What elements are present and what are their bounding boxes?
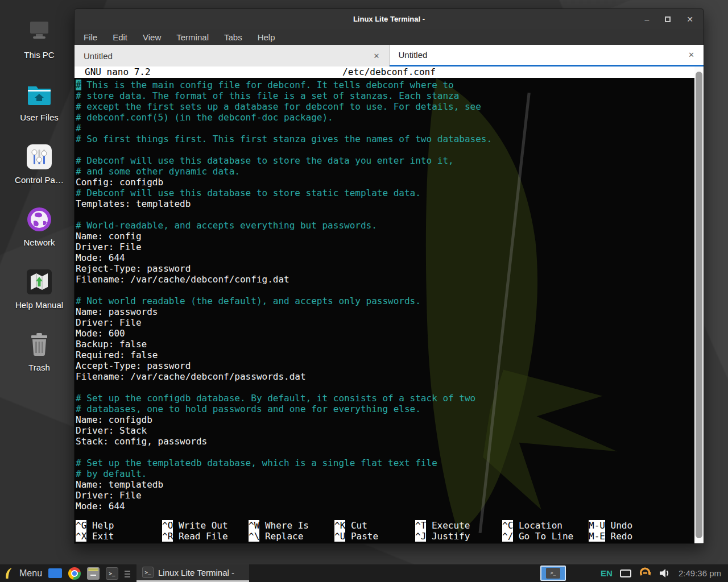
- tab-label: Untitled: [84, 51, 113, 61]
- editor-line: # store data. The format of this file is…: [76, 90, 693, 101]
- desktop-icon-control-panel[interactable]: Control Pa…: [0, 142, 78, 185]
- shortcut-hint: ^K Cut: [334, 520, 415, 531]
- globe-icon: [0, 205, 78, 234]
- tray-terminal-icon[interactable]: >_: [540, 566, 566, 581]
- nano-filename: /etc/debconf.conf: [75, 66, 704, 78]
- shortcut-hint: M-E Redo: [589, 531, 693, 542]
- tab-close-icon[interactable]: ✕: [374, 52, 380, 60]
- shortcut-key: ^R: [162, 531, 173, 542]
- editor-line: [76, 209, 693, 220]
- desktop-icon-network[interactable]: Network: [0, 205, 78, 247]
- update-manager-icon[interactable]: [639, 567, 652, 580]
- editor-line: # This is the main config file for debco…: [76, 80, 693, 90]
- shortcut-key: ^T: [415, 520, 426, 531]
- shortcut-key: ^O: [162, 520, 173, 531]
- keyboard-layout-icon[interactable]: [620, 569, 631, 577]
- desktop-icon-label: Help Manual: [0, 300, 78, 310]
- shortcut-hint: ^R Read File: [162, 531, 249, 542]
- chrome-icon[interactable]: [68, 567, 81, 580]
- system-tray: >_ EN 2:49:36 pm: [540, 566, 723, 581]
- manual-icon: [0, 267, 78, 297]
- shortcut-key: ^/: [502, 531, 513, 542]
- terminal-window: Linux Lite Terminal - – ✕ File Edit View…: [74, 9, 704, 544]
- text-cursor: #: [76, 80, 81, 90]
- editor-line: Driver: File: [76, 490, 693, 501]
- menu-view[interactable]: View: [143, 32, 161, 42]
- desktop-icon-trash[interactable]: Trash: [0, 330, 78, 372]
- tab-close-icon[interactable]: ✕: [688, 51, 694, 59]
- editor-line: Accept-Type: password: [76, 360, 693, 371]
- editor-line: # Set up the configdb database. By defau…: [76, 393, 693, 404]
- menu-help[interactable]: Help: [258, 32, 275, 42]
- tab-label: Untitled: [399, 50, 428, 60]
- editor-line: Mode: 644: [76, 252, 693, 263]
- editor-line: Driver: Stack: [76, 425, 693, 436]
- shortcut-hint: ^J Justify: [415, 531, 502, 542]
- nano-editor[interactable]: GNU nano 7.2 /etc/debconf.conf # This is…: [75, 66, 704, 543]
- keyboard-language-indicator[interactable]: EN: [601, 568, 613, 578]
- editor-line: # and some other dynamic data.: [76, 166, 693, 177]
- editor-line: Name: configdb: [76, 414, 693, 425]
- desktop-icon-help-manual[interactable]: Help Manual: [0, 267, 78, 310]
- menu-terminal[interactable]: Terminal: [176, 32, 209, 42]
- terminal-launcher-icon[interactable]: >_: [106, 567, 118, 580]
- shortcut-key: ^C: [502, 520, 513, 531]
- taskbar: Menu >_ >_ Linux Lite Terminal - >_ EN: [0, 564, 728, 582]
- editor-line: [76, 382, 693, 393]
- scrollbar-thumb[interactable]: [696, 72, 702, 538]
- menu-button[interactable]: Menu: [19, 568, 42, 579]
- editor-line: # Set up the templatedb database, which …: [76, 458, 693, 468]
- desktop: This PC User Files: [0, 0, 728, 582]
- window-titlebar[interactable]: Linux Lite Terminal - – ✕: [75, 9, 704, 29]
- editor-line: Reject-Type: password: [76, 263, 693, 274]
- minimize-icon[interactable]: –: [644, 15, 649, 23]
- volume-icon[interactable]: [659, 568, 671, 578]
- desktop-icon-this-pc[interactable]: This PC: [0, 17, 78, 60]
- editor-line: [76, 447, 693, 458]
- editor-line: # by default.: [76, 468, 693, 479]
- shortcut-hint: ^T Execute: [415, 520, 502, 531]
- editor-line: # debconf.conf(5) (in the debconf-doc pa…: [76, 112, 693, 123]
- tab-untitled-1[interactable]: Untitled ✕: [75, 45, 390, 66]
- menu-file[interactable]: File: [84, 32, 97, 42]
- trash-icon: [0, 330, 78, 359]
- editor-line: # Not world readable (the default), and …: [76, 296, 693, 306]
- editor-line: Templates: templatedb: [76, 198, 693, 209]
- menu-tabs[interactable]: Tabs: [224, 32, 242, 42]
- desktop-icon-user-files[interactable]: User Files: [0, 80, 78, 122]
- menu-edit[interactable]: Edit: [113, 32, 127, 42]
- clock[interactable]: 2:49:36 pm: [679, 568, 721, 578]
- editor-line: Stack: config, passwords: [76, 436, 693, 447]
- editor-line: Name: passwords: [76, 306, 693, 317]
- close-icon[interactable]: ✕: [686, 15, 693, 23]
- editor-lines[interactable]: # This is the main config file for debco…: [75, 78, 704, 520]
- editor-line: Mode: 600: [76, 328, 693, 339]
- editor-line: Backup: false: [76, 339, 693, 350]
- editor-line: Driver: File: [76, 242, 693, 252]
- file-manager-icon[interactable]: [87, 567, 100, 580]
- editor-line: Filename: /var/cache/debconf/config.dat: [76, 274, 693, 285]
- editor-line: # So first things first. This first stan…: [76, 134, 693, 144]
- desktop-icon-label: Trash: [0, 363, 78, 372]
- shortcut-row: ^X Exit^R Read File^\ Replace^U Paste^J …: [76, 531, 693, 542]
- shortcut-hint: M-U Undo: [589, 520, 693, 531]
- editor-line: # databases, one to hold passwords and o…: [76, 404, 693, 414]
- desktop-icon-label: This PC: [0, 50, 78, 60]
- window-controls: – ✕: [644, 9, 693, 29]
- editor-line: [76, 285, 693, 296]
- show-desktop-icon[interactable]: [48, 568, 62, 578]
- terminal-scrollbar[interactable]: [694, 66, 704, 543]
- shortcut-key: ^J: [415, 531, 426, 542]
- taskbar-window-button[interactable]: >_ Linux Lite Terminal -: [136, 564, 249, 582]
- this-pc-icon: [0, 17, 78, 47]
- shortcut-key: M-U: [589, 520, 605, 531]
- editor-line: #: [76, 123, 693, 134]
- shortcut-key: ^U: [334, 531, 345, 542]
- editor-line: Mode: 644: [76, 501, 693, 512]
- editor-line: Name: templatedb: [76, 479, 693, 490]
- tab-bar: Untitled ✕ Untitled ✕: [75, 45, 704, 66]
- maximize-icon[interactable]: [665, 16, 671, 22]
- shortcut-key: ^\: [249, 531, 259, 542]
- linux-lite-logo-icon[interactable]: [5, 567, 13, 579]
- tab-untitled-2[interactable]: Untitled ✕: [390, 45, 704, 66]
